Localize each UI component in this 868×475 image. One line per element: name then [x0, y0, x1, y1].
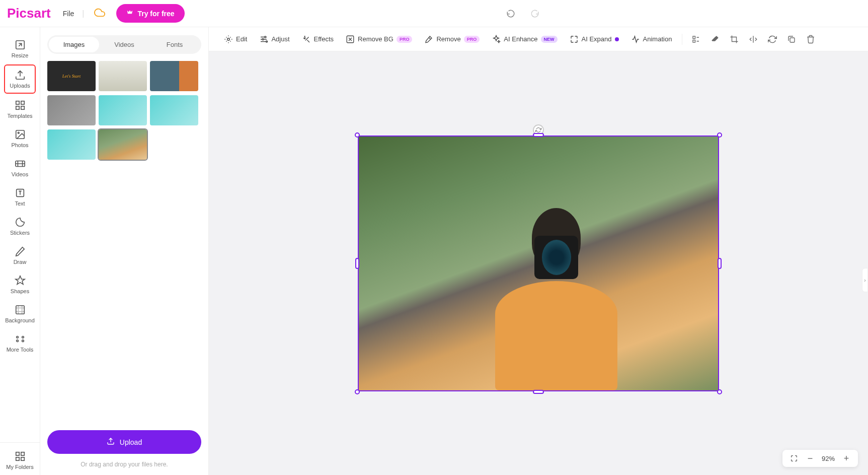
flip-icon[interactable] — [749, 35, 758, 44]
undo-button[interactable] — [506, 9, 516, 19]
tab-fonts[interactable]: Fonts — [149, 37, 200, 52]
tool-ai-expand[interactable]: AI Expand — [565, 32, 624, 47]
svg-rect-16 — [16, 457, 19, 460]
shapes-icon — [15, 275, 26, 286]
resize-handle-bl[interactable] — [355, 389, 360, 394]
tool-adjust[interactable]: Adjust — [254, 32, 294, 47]
sidebar-more-tools[interactable]: More Tools — [0, 328, 40, 358]
image-subject — [495, 192, 617, 390]
divider: | — [82, 9, 84, 18]
zoom-controls: − 92% + — [782, 450, 858, 467]
tool-remove[interactable]: Remove PRO — [419, 32, 485, 47]
tool-label: Adjust — [271, 35, 289, 43]
sidebar-shapes[interactable]: Shapes — [0, 270, 40, 299]
position-icon[interactable] — [691, 35, 700, 44]
thumbnail-item[interactable] — [47, 129, 96, 160]
sidebar-text[interactable]: Text — [0, 182, 40, 212]
sidebar-label: Photos — [11, 142, 28, 148]
delete-icon[interactable] — [806, 35, 815, 44]
tool-edit[interactable]: Edit — [219, 32, 252, 47]
resize-handle-left[interactable] — [355, 258, 359, 269]
eraser-icon[interactable] — [711, 35, 720, 44]
background-icon — [15, 304, 26, 315]
resize-handle-right[interactable] — [718, 258, 722, 269]
app-header: Picsart File | Try for free — [0, 0, 868, 27]
thumbnail-item[interactable] — [99, 95, 147, 125]
animation-icon — [631, 35, 640, 44]
svg-rect-2 — [21, 101, 24, 104]
upload-button[interactable]: Upload — [47, 430, 201, 454]
tool-label: AI Enhance — [504, 35, 537, 43]
tool-remove-bg[interactable]: Remove BG PRO — [341, 32, 417, 47]
edit-icon — [224, 35, 233, 44]
tool-ai-enhance[interactable]: AI Enhance NEW — [487, 32, 562, 47]
thumbnails-grid: Let's Start — [40, 61, 208, 423]
thumbnail-item[interactable]: Let's Start — [47, 61, 96, 91]
stickers-icon — [15, 217, 26, 228]
sidebar-background[interactable]: Background — [0, 299, 40, 328]
fullscreen-button[interactable] — [790, 454, 799, 463]
svg-rect-4 — [21, 106, 24, 109]
svg-point-19 — [265, 36, 266, 38]
duplicate-icon[interactable] — [787, 35, 796, 44]
sidebar-uploads[interactable]: Uploads — [4, 64, 36, 94]
redo-button[interactable] — [530, 9, 540, 19]
tab-videos[interactable]: Videos — [99, 37, 149, 52]
zoom-out-button[interactable]: − — [806, 454, 815, 463]
more-tools-icon — [15, 333, 26, 345]
zoom-in-button[interactable]: + — [842, 454, 851, 463]
svg-rect-17 — [21, 457, 24, 460]
file-menu[interactable]: File — [63, 10, 74, 18]
svg-point-10 — [16, 336, 18, 338]
thumbnail-item[interactable] — [47, 95, 96, 125]
tool-label: Edit — [236, 35, 247, 43]
left-sidebar: Resize Uploads Templates Photos Videos T… — [0, 27, 40, 475]
tool-animation[interactable]: Animation — [626, 32, 677, 47]
sidebar-label: Stickers — [10, 230, 30, 236]
selected-image[interactable] — [358, 135, 719, 391]
canvas-image-content[interactable] — [358, 135, 719, 391]
sidebar-stickers[interactable]: Stickers — [0, 212, 40, 241]
svg-point-20 — [262, 38, 264, 40]
try-for-free-button[interactable]: Try for free — [116, 4, 184, 23]
resize-icon — [15, 39, 26, 50]
refresh-icon[interactable] — [768, 35, 777, 44]
sidebar-label: Uploads — [10, 83, 30, 89]
crop-icon[interactable] — [730, 35, 739, 44]
cloud-sync-icon[interactable] — [94, 7, 105, 20]
sidebar-resize[interactable]: Resize — [0, 34, 40, 63]
sidebar-label: Videos — [12, 171, 28, 177]
thumbnail-item[interactable] — [99, 61, 147, 91]
picsart-logo[interactable]: Picsart — [7, 6, 51, 21]
sidebar-label: Resize — [12, 52, 29, 58]
thumbnail-item[interactable] — [150, 95, 198, 125]
header-center — [185, 9, 861, 19]
resize-handle-br[interactable] — [717, 389, 722, 394]
svg-rect-3 — [16, 106, 19, 109]
sidebar-photos[interactable]: Photos — [0, 124, 40, 153]
pro-badge: PRO — [464, 36, 480, 43]
tool-label: Effects — [314, 35, 334, 43]
thumbnail-item[interactable] — [150, 61, 198, 91]
ai-expand-icon — [570, 35, 579, 44]
thumbnail-item-selected[interactable] — [99, 129, 147, 160]
draw-icon — [15, 246, 26, 257]
resize-handle-tr[interactable] — [717, 132, 722, 138]
text-icon — [15, 187, 26, 198]
canvas-area[interactable]: − 92% + › — [209, 51, 868, 475]
sidebar-my-folders[interactable]: My Folders — [0, 446, 40, 475]
resize-handle-top[interactable] — [533, 133, 544, 137]
effects-icon — [302, 35, 311, 44]
resize-handle-bottom[interactable] — [533, 390, 544, 394]
resize-handle-tl[interactable] — [355, 132, 360, 138]
svg-point-13 — [22, 340, 24, 342]
sidebar-label: Shapes — [11, 288, 29, 294]
sidebar-templates[interactable]: Templates — [0, 95, 40, 124]
remove-bg-icon — [346, 35, 355, 44]
right-panel-expand-button[interactable]: › — [862, 268, 868, 292]
svg-rect-24 — [693, 40, 695, 42]
sidebar-videos[interactable]: Videos — [0, 153, 40, 182]
sidebar-draw[interactable]: Draw — [0, 241, 40, 270]
tool-effects[interactable]: Effects — [297, 32, 339, 47]
tab-images[interactable]: Images — [49, 37, 99, 52]
